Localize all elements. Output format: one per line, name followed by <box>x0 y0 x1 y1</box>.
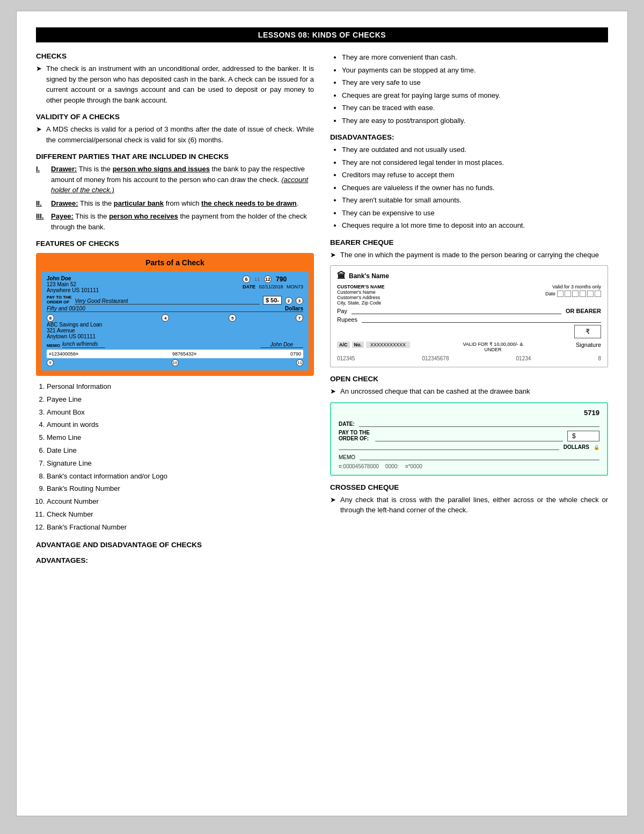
list-item: Bank's Fractional Number <box>47 522 314 533</box>
validity-item: ➤ A MDS checks is valid for a period of … <box>36 124 314 145</box>
crossed-cheque-text: Any check that is cross with the paralle… <box>340 495 608 516</box>
open-order-label: ORDER OF: <box>339 436 371 441</box>
drawee-label: Drawee: <box>51 199 78 207</box>
check-num3: 3 <box>296 297 303 304</box>
arrow-icon-bearer: ➤ <box>330 250 336 260</box>
page: LESSONS 08: KINDS OF CHECKS CHECKS ➤ The… <box>16 11 628 816</box>
check-num4: 4 <box>162 314 169 322</box>
party-num-3: III. <box>36 211 48 222</box>
list-item: Creditors may refuse to accept them <box>342 170 608 180</box>
list-item: Bank's Routing Number <box>47 483 314 495</box>
check-date-label: DATE <box>243 284 255 289</box>
arrow-icon-2: ➤ <box>36 124 42 145</box>
check-date-row: DATE 02/11/2018 MON73 <box>243 284 303 289</box>
bearer-cheque-text: The one in which the payment is made to … <box>340 250 599 260</box>
check-diagram: Parts of a Check John Doe 123 Main 52 An… <box>36 253 314 376</box>
list-item: Amount Box <box>47 407 314 418</box>
acno-label: A/C <box>337 342 350 348</box>
list-item: Cheques require a lot more time to depos… <box>342 220 608 231</box>
features-heading: FEATURES OF CHECKS <box>36 240 314 248</box>
check-num11-bottom: 11 <box>296 359 303 366</box>
check-num5: 5 <box>229 314 236 322</box>
check-number: 790 <box>276 275 287 283</box>
validity-heading: VALIDITY OF A CHECKS <box>36 113 314 121</box>
party-payee-text: Payee: This is the person who receives t… <box>51 211 314 232</box>
account-bottom: 012345678 <box>422 356 449 361</box>
checks-item: ➤ The check is an instrument with an unc… <box>36 63 314 105</box>
checks-heading: CHECKS <box>36 52 314 60</box>
open-account-num: 0000: <box>385 463 399 469</box>
open-cheque-routing: ¤:000045678000 0000: ¤*0000 <box>339 463 599 469</box>
open-routing-num: ¤:000045678000 <box>339 463 379 469</box>
list-item: Signature Line <box>47 458 314 469</box>
check-dollars-word: Dollars <box>285 306 303 311</box>
list-item: They are more convenient than cash. <box>342 52 608 63</box>
list-item: They are not considered legal tender in … <box>342 157 608 168</box>
check-memo-label: MEMO <box>47 343 60 348</box>
check-address: 123 Main 52 <box>47 281 99 287</box>
arrow-icon: ➤ <box>36 63 42 105</box>
check-num7: 7 <box>296 314 303 322</box>
disadvantages-list: They are outdated and not usually used. … <box>330 144 608 231</box>
list-item: They can be expensive to use <box>342 208 608 219</box>
list-item: Personal Information <box>47 381 314 393</box>
rupees-label: Rupees <box>337 316 357 323</box>
date-square-4 <box>580 291 586 297</box>
left-column: CHECKS ➤ The check is an instrument with… <box>36 52 314 568</box>
parties-heading: DIFFERENT PARTIES THAT ARE INCLUDED IN C… <box>36 153 314 161</box>
list-item: Amount in words <box>47 419 314 431</box>
open-check-num-bottom: ¤*0000 <box>405 463 422 469</box>
list-item: They aren't suitable for small amounts. <box>342 195 608 206</box>
list-item: Date Line <box>47 445 314 456</box>
check-signature: John Doe <box>260 342 303 348</box>
arrow-icon-open: ➤ <box>330 386 336 397</box>
acno-no: No. <box>352 342 364 348</box>
open-pay-label: PAY TO THE <box>339 430 371 436</box>
check-mon: MON73 <box>287 284 303 289</box>
party-payee: III. Payee: This is the person who recei… <box>36 211 314 232</box>
date-square-3 <box>572 291 579 297</box>
open-check-desc: ➤ An uncrossed cheque that can be cashed… <box>330 386 608 397</box>
check-pay-value: Very Good Restaurant <box>75 298 260 304</box>
check-account-num: 98765432¤ <box>172 351 196 357</box>
list-item: They are very safe to use <box>342 77 608 88</box>
parties-list: I. Drawer: This is the person who signs … <box>36 164 314 232</box>
drawer-italic: (account holder of the check.) <box>51 176 308 194</box>
advantages-subheading: ADVANTAGES: <box>36 556 314 564</box>
bearer-cheque-heading: BEARER CHEQUE <box>330 238 608 246</box>
check-bank-address: 321 Avenue <box>47 328 102 333</box>
open-date-label: DATE: <box>339 421 355 427</box>
right-column: They are more convenient than cash. Your… <box>330 52 608 568</box>
check-num2: 2 <box>285 297 292 304</box>
date-square-5 <box>587 291 594 297</box>
payee-label: Payee: <box>51 212 74 220</box>
check-city: Anywhere US 101111 <box>47 287 99 293</box>
bearer-pay-label: Pay <box>337 308 347 314</box>
check-name: John Doe <box>47 275 99 281</box>
features-numbered-list: Personal Information Payee Line Amount B… <box>36 381 314 533</box>
open-memo-label: MEMO <box>339 454 355 460</box>
arrow-icon-crossed: ➤ <box>330 495 336 516</box>
date-label-bearer: Date <box>545 291 555 296</box>
extra-num-bottom: 8 <box>598 356 601 361</box>
check-pay-label: PAY TO THE <box>47 295 71 300</box>
or-bearer: OR BEARER <box>566 308 601 314</box>
check-dollar: $ 50- <box>263 296 282 304</box>
party-drawee-text: Drawee: This is the particular bank from… <box>51 198 298 209</box>
date-square-2 <box>565 291 571 297</box>
list-item: They are easy to post/transport globally… <box>342 115 608 126</box>
open-dollar-box: $ <box>567 431 599 441</box>
open-check-number: 5719 <box>339 409 599 417</box>
check-written-amount: Fifty and 00/100 <box>47 306 85 311</box>
check-num12-label: 12 <box>264 275 272 283</box>
valid-label: Valid for 3 months only <box>545 284 601 289</box>
customer-name: Customer's Name <box>337 289 384 295</box>
list-item: Payee Line <box>47 394 314 405</box>
check-order-label: ORDER OF <box>47 300 71 304</box>
diagram-title: Parts of a Check <box>41 258 309 267</box>
party-drawer: I. Drawer: This is the person who signs … <box>36 164 314 195</box>
advantage-heading: ADVANTAGE AND DISADVANTAGE OF CHECKS <box>36 541 314 549</box>
signature-label: Signature <box>576 342 601 348</box>
open-check-text: An uncrossed cheque that can be cashed a… <box>340 386 530 397</box>
open-cheque-box: 5719 DATE: PAY TO THE ORDER OF: $ DOLLAR… <box>330 402 608 476</box>
